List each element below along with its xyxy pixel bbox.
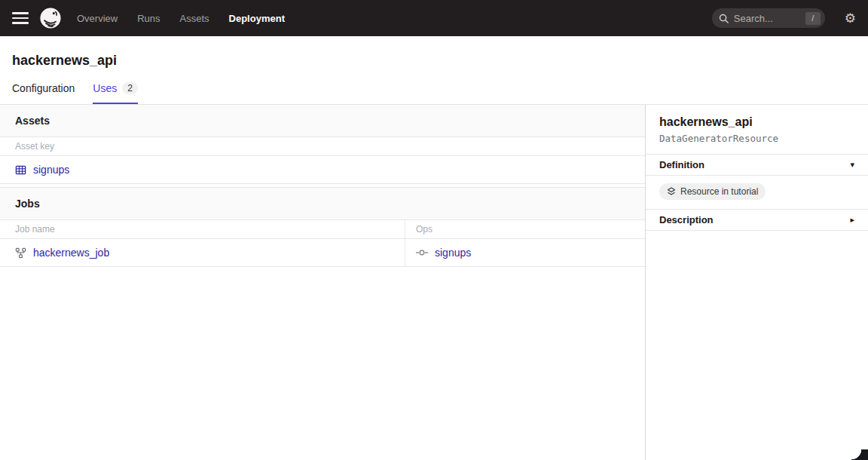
op-link-signups[interactable]: signups bbox=[435, 247, 471, 259]
asset-row: signups bbox=[0, 156, 645, 184]
description-section-toggle[interactable]: Description ▸ bbox=[646, 210, 868, 231]
screen-corner-artifact bbox=[851, 449, 868, 460]
search-placeholder: Search... bbox=[734, 13, 800, 24]
primary-nav: Overview Runs Assets Deployment bbox=[77, 13, 285, 24]
tab-configuration[interactable]: Configuration bbox=[12, 82, 75, 104]
job-link-hackernews-job[interactable]: hackernews_job bbox=[33, 247, 109, 259]
caret-down-icon: ▾ bbox=[850, 160, 854, 170]
asset-link-signups[interactable]: signups bbox=[33, 164, 69, 176]
tab-bar: Configuration Uses 2 bbox=[0, 82, 868, 104]
resource-tutorial-tag-label: Resource in tutorial bbox=[680, 186, 758, 197]
settings-gear-icon[interactable]: ⚙ bbox=[845, 12, 856, 25]
tab-uses-count-badge: 2 bbox=[122, 82, 138, 94]
resource-title-block: hackernews_api DataGeneratorResource bbox=[646, 105, 868, 155]
definition-section-body: Resource in tutorial bbox=[646, 176, 868, 210]
nav-item-overview[interactable]: Overview bbox=[77, 13, 118, 24]
column-header-job-name: Job name bbox=[0, 220, 405, 238]
column-header-ops: Ops bbox=[405, 220, 645, 238]
nav-item-runs[interactable]: Runs bbox=[137, 13, 160, 24]
hamburger-menu-icon[interactable] bbox=[12, 12, 29, 24]
nav-item-assets[interactable]: Assets bbox=[180, 13, 209, 24]
page-title: hackernews_api bbox=[0, 36, 868, 69]
job-graph-icon bbox=[15, 247, 26, 259]
page-header: hackernews_api Configuration Uses 2 bbox=[0, 36, 868, 105]
uses-panel: Assets Asset key signups Jobs Job name O… bbox=[0, 105, 646, 460]
column-header-asset-key: Asset key bbox=[0, 137, 69, 155]
search-icon bbox=[719, 14, 729, 23]
ops-cell: signups bbox=[405, 239, 645, 266]
description-section-label: Description bbox=[659, 214, 714, 225]
job-row: hackernews_job signups bbox=[0, 239, 645, 267]
tab-uses-label: Uses bbox=[93, 82, 117, 94]
job-name-cell: hackernews_job bbox=[0, 239, 405, 266]
asset-table-icon bbox=[15, 164, 26, 176]
definition-section-toggle[interactable]: Definition ▾ bbox=[646, 155, 868, 176]
dagster-logo[interactable] bbox=[39, 7, 62, 29]
tab-uses[interactable]: Uses 2 bbox=[93, 82, 138, 104]
assets-column-header-row: Asset key bbox=[0, 137, 645, 156]
op-node-icon bbox=[416, 248, 428, 257]
caret-right-icon: ▸ bbox=[850, 215, 854, 225]
search-shortcut-key: / bbox=[805, 12, 821, 25]
resource-tutorial-tag[interactable]: Resource in tutorial bbox=[659, 183, 766, 200]
resource-name: hackernews_api bbox=[659, 115, 854, 129]
assets-section-header: Assets bbox=[0, 105, 645, 137]
jobs-section-header: Jobs bbox=[0, 187, 645, 220]
definition-section-label: Definition bbox=[659, 159, 704, 170]
layers-icon bbox=[667, 187, 676, 196]
resource-type: DataGeneratorResource bbox=[659, 133, 854, 144]
asset-key-cell: signups bbox=[0, 156, 84, 183]
jobs-column-header-row: Job name Ops bbox=[0, 220, 645, 239]
search-input[interactable]: Search... / bbox=[712, 8, 825, 28]
main-content: Assets Asset key signups Jobs Job name O… bbox=[0, 105, 868, 460]
top-nav: Overview Runs Assets Deployment Search..… bbox=[0, 0, 868, 36]
nav-item-deployment[interactable]: Deployment bbox=[229, 13, 285, 24]
resource-detail-panel: hackernews_api DataGeneratorResource Def… bbox=[646, 105, 868, 460]
